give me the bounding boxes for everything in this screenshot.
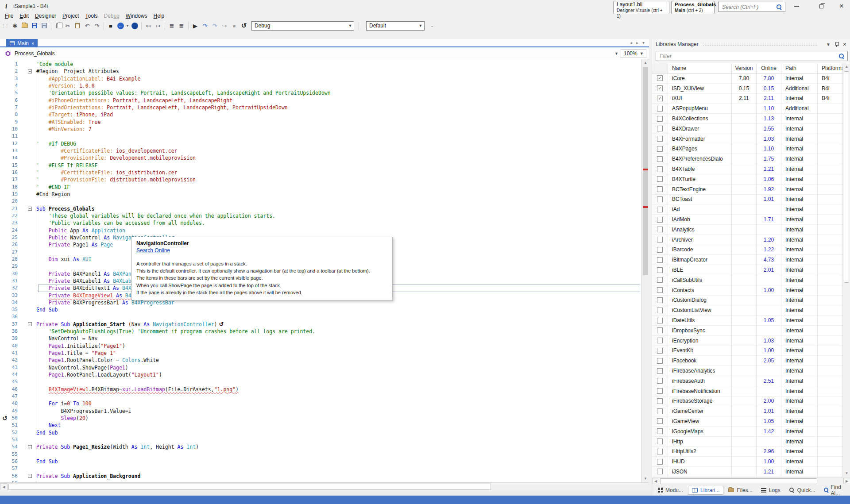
table-row[interactable]: iEncryption1.03Internal: [652, 336, 850, 346]
libraries-vertical-scrollbar[interactable]: ▲ ▼: [842, 63, 850, 477]
library-checkbox[interactable]: [657, 186, 663, 192]
outdent-icon[interactable]: ↤: [143, 21, 153, 30]
code-line[interactable]: 51 Next: [0, 422, 641, 429]
table-row[interactable]: iHttpUtils22.96Internal: [652, 446, 850, 457]
fold-collapse-icon[interactable]: −: [28, 207, 32, 211]
code-line[interactable]: 48 For i=0 To 100: [0, 400, 641, 407]
library-checkbox[interactable]: [657, 277, 663, 283]
tab-list-icon[interactable]: ▾: [642, 40, 645, 45]
library-checkbox[interactable]: ✓: [657, 96, 663, 101]
library-checkbox[interactable]: [657, 146, 663, 152]
library-checkbox[interactable]: [657, 338, 663, 343]
library-checkbox[interactable]: [657, 297, 663, 303]
code-line[interactable]: 5 'Orientation possible values: Portrait…: [0, 89, 641, 96]
code-line[interactable]: 52End Sub: [0, 429, 641, 436]
table-row[interactable]: iDateUtils1.05Internal: [652, 315, 850, 326]
fold-collapse-icon[interactable]: −: [28, 474, 32, 478]
library-checkbox[interactable]: [657, 348, 663, 354]
step-over-icon[interactable]: ↷: [200, 21, 210, 30]
search-icon[interactable]: [776, 4, 782, 10]
table-row[interactable]: iHUD1.00Internal: [652, 457, 850, 467]
pin-icon[interactable]: [835, 42, 839, 47]
code-line[interactable]: 12' #If DEBUG: [0, 140, 641, 147]
code-line[interactable]: 35End Sub: [0, 306, 641, 313]
scrollbar-thumb[interactable]: [660, 478, 817, 484]
module-member-bar[interactable]: Process_Globals ▼ 100% ▼: [0, 48, 649, 59]
checkbox-column-header[interactable]: [652, 63, 668, 73]
fold-collapse-icon[interactable]: −: [28, 69, 32, 73]
navigate-forward-icon[interactable]: →: [130, 21, 139, 30]
table-row[interactable]: B4XDrawer1.55Internal: [652, 124, 850, 134]
version-column-header[interactable]: Version: [732, 63, 757, 73]
code-line[interactable]: 2−#Region Project Attributes: [0, 68, 641, 75]
code-line[interactable]: 8 #Target: iPhone, iPad: [0, 111, 641, 118]
chevron-down-icon[interactable]: ▼: [640, 51, 646, 56]
library-checkbox[interactable]: [657, 106, 663, 112]
code-line[interactable]: 42 Page1.RootPanel.Color = Colors.White: [0, 357, 641, 364]
code-line[interactable]: 46 B4XImageView1.B4XBitmap=xui.LoadBitma…: [0, 386, 641, 393]
table-row[interactable]: ✓iCore7.807.80InternalB4i: [652, 73, 850, 84]
library-checkbox[interactable]: [657, 116, 663, 122]
library-checkbox[interactable]: [657, 358, 663, 364]
table-row[interactable]: B4XPages1.10Internal: [652, 144, 850, 154]
menu-project[interactable]: Project: [59, 13, 82, 20]
menu-debug[interactable]: Debug: [100, 13, 122, 20]
code-line[interactable]: 54−Private Sub Page1_Resize(Width As Int…: [0, 443, 641, 450]
library-checkbox[interactable]: [657, 166, 663, 172]
editor-zoom-combo[interactable]: 100% ▼: [621, 49, 646, 58]
table-row[interactable]: iAdInternal: [652, 204, 850, 215]
library-checkbox[interactable]: ✓: [657, 85, 663, 91]
code-line[interactable]: 9 #ATSEnabled: True: [0, 119, 641, 126]
code-line[interactable]: 58−Private Sub Application_Background: [0, 473, 641, 480]
search-online-link[interactable]: Search Online: [136, 247, 170, 254]
library-checkbox[interactable]: [657, 469, 663, 474]
table-row[interactable]: iDropboxSyncInternal: [652, 326, 850, 336]
undo-icon[interactable]: ↶: [82, 21, 92, 30]
code-line[interactable]: 14 #ProvisionFile: Developement.mobilepr…: [0, 154, 641, 162]
table-row[interactable]: iAnalyticsInternal: [652, 225, 850, 235]
navigate-back-dropdown-icon[interactable]: ▾: [125, 21, 130, 30]
library-checkbox[interactable]: ✓: [657, 75, 663, 81]
code-line[interactable]: 49 B4XProgressBar1.Value=i: [0, 408, 641, 415]
table-row[interactable]: iEventKit1.00Internal: [652, 346, 850, 356]
editor-horizontal-scrollbar[interactable]: ◀: [0, 482, 649, 490]
scroll-left-icon[interactable]: ◀: [652, 478, 659, 484]
panel-drag-texture[interactable]: [703, 43, 818, 46]
table-row[interactable]: iFacebook2.05Internal: [652, 356, 850, 366]
table-row[interactable]: iFirebaseAnalyticsInternal: [652, 366, 850, 376]
code-line[interactable]: 40 Page1.Initialize("Page1"): [0, 342, 641, 350]
close-button[interactable]: ×: [834, 1, 849, 12]
table-row[interactable]: B4XFormatter1.03Internal: [652, 134, 850, 144]
bottom-tab-quick[interactable]: Quick...: [785, 486, 819, 494]
tab-close-icon[interactable]: ×: [31, 41, 34, 46]
name-column-header[interactable]: Name: [668, 63, 732, 73]
build-configuration-combo[interactable]: Debug ▼: [251, 21, 354, 31]
menu-tools[interactable]: Tools: [82, 13, 100, 20]
table-row[interactable]: iContacts1.00Internal: [652, 285, 850, 296]
library-checkbox[interactable]: [657, 318, 663, 323]
indent-icon[interactable]: ↦: [153, 21, 163, 30]
library-checkbox[interactable]: [657, 247, 663, 253]
table-row[interactable]: iCustomDialogInternal: [652, 296, 850, 306]
code-line[interactable]: 53: [0, 436, 641, 443]
code-line[interactable]: 57: [0, 465, 641, 472]
search-input[interactable]: Search (Ctrl+F): [718, 2, 785, 12]
library-checkbox[interactable]: [657, 388, 663, 394]
library-checkbox[interactable]: [657, 126, 663, 131]
online-column-header[interactable]: Online: [757, 63, 781, 73]
library-checkbox[interactable]: [657, 156, 663, 162]
library-checkbox[interactable]: [657, 257, 663, 263]
save-icon[interactable]: [30, 21, 39, 30]
panel-menu-icon[interactable]: ▼: [826, 42, 831, 47]
code-line[interactable]: 43 NavControl.ShowPage(Page1): [0, 364, 641, 371]
code-line[interactable]: 41 Page1.Title = "Page 1": [0, 350, 641, 357]
table-row[interactable]: iGameView1.05Internal: [652, 416, 850, 427]
menu-help[interactable]: Help: [151, 13, 168, 20]
scrollbar-thumb[interactable]: [8, 484, 491, 490]
library-checkbox[interactable]: [657, 408, 663, 414]
library-checkbox[interactable]: [657, 459, 663, 465]
table-row[interactable]: iGameCenter1.01Internal: [652, 406, 850, 416]
code-window-shortcut[interactable]: Process_Globals Main (ctrl + 2): [671, 1, 715, 14]
library-checkbox[interactable]: [657, 378, 663, 384]
code-line[interactable]: 3 #ApplicationLabel: B4i Example: [0, 75, 641, 82]
